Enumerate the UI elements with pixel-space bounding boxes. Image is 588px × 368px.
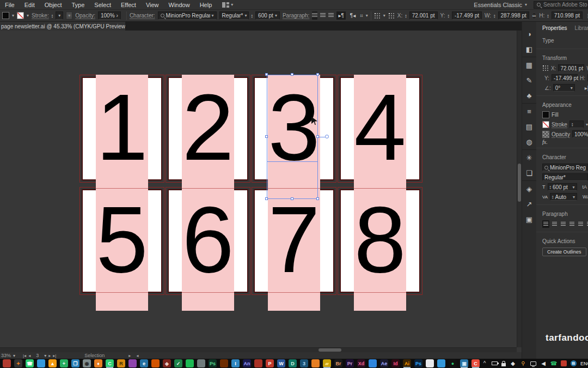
font-family-field[interactable]: MinionPro Regular*	[542, 164, 588, 171]
opacity-swatch[interactable]	[542, 131, 549, 138]
selection-handle-top-right[interactable]	[316, 73, 319, 76]
justify-right-button[interactable]	[586, 220, 588, 228]
selection-handle-bottom-right[interactable]	[316, 197, 319, 200]
symbols-panel-icon[interactable]: ♣	[522, 88, 537, 103]
justify-center-button[interactable]	[577, 220, 584, 228]
bluetooth-icon[interactable]: B	[571, 360, 577, 366]
x-stepper[interactable]: ▴▾	[405, 14, 407, 18]
font-style-field[interactable]: Regular*	[542, 173, 588, 181]
kerning-field[interactable]: ▴▾ Auto ▾	[550, 193, 577, 201]
taskbar-word[interactable]: W	[275, 359, 287, 368]
taskbar-powerpoint[interactable]: P	[264, 359, 275, 368]
taskbar-installer-app[interactable]: I	[230, 359, 241, 368]
fx-button[interactable]: fx.	[536, 139, 588, 145]
taskbar-illustrator[interactable]: Ai	[401, 359, 413, 368]
vertical-scrollbar[interactable]	[517, 31, 522, 347]
y-field[interactable]: -17.499 pt	[552, 74, 578, 82]
glyphs-icon[interactable]: ⌗	[360, 13, 363, 19]
horizontal-scrollbar[interactable]	[0, 347, 517, 352]
gradient-panel-icon[interactable]: ▤	[522, 119, 537, 134]
taskbar-dimension[interactable]	[253, 359, 264, 368]
artboard-number[interactable]: 6	[169, 187, 247, 292]
color-panel-icon[interactable]: ◑	[522, 26, 537, 41]
selection-handle-bottom-mid[interactable]	[291, 197, 293, 200]
taskbar-capture-app[interactable]: +	[58, 359, 70, 368]
taskbar-r-app[interactable]: R	[115, 359, 127, 368]
taskbar-app-red[interactable]	[1, 359, 13, 368]
taskbar-puzzle-app[interactable]	[218, 359, 230, 368]
key-icon[interactable]: ⚲	[520, 360, 526, 366]
opacity-label[interactable]: Opacity	[552, 131, 570, 137]
tray-red-app-icon[interactable]	[561, 360, 567, 366]
taskbar-telegram-2[interactable]	[436, 359, 447, 368]
stroke-panel-icon[interactable]: ≡	[522, 103, 537, 119]
artboard-number[interactable]: 7	[255, 187, 333, 292]
taskbar-internet-explorer[interactable]: e	[138, 359, 150, 368]
taskbar-clipchamp[interactable]: C	[470, 359, 481, 368]
create-outlines-button[interactable]: Create Outlines	[542, 248, 586, 256]
export-panel-icon[interactable]: ↗	[522, 196, 537, 212]
selection-handle-mid-left[interactable]	[265, 135, 268, 138]
selection-handle-top-left[interactable]	[265, 73, 268, 76]
align-objects-icon[interactable]	[374, 13, 381, 19]
reference-point-icon[interactable]	[542, 65, 549, 71]
taskbar-file-explorer[interactable]: ▰	[321, 359, 333, 368]
stroke-color-swatch[interactable]	[17, 12, 24, 19]
taskbar-photoshop-green[interactable]: Ps	[207, 359, 218, 368]
chevron-down-icon[interactable]: ▾	[586, 122, 588, 127]
workspace-switcher[interactable]: Essentials Classic ▾	[467, 2, 534, 8]
canvas[interactable]: 1 2 3 4 5 6	[0, 31, 517, 347]
artboard-number[interactable]: 5	[83, 187, 161, 292]
h-field[interactable]: 710.998 pt	[552, 11, 583, 20]
taskbar-photos-app[interactable]: ▣	[458, 359, 470, 368]
stroke-width-field[interactable]: ▴▾	[569, 120, 584, 128]
leading-icon[interactable]: tA	[583, 184, 587, 190]
menu-type[interactable]: Type	[67, 2, 90, 8]
taskbar-bridge[interactable]: Br	[333, 359, 344, 368]
taskbar-vlc[interactable]: ▲	[47, 359, 58, 368]
taskbar-after-effects[interactable]: Ae	[378, 359, 390, 368]
stroke-width-field[interactable]: ▾	[56, 11, 63, 20]
fill-color-swatch[interactable]	[542, 111, 549, 118]
document-tab[interactable]: page newsletter.ai @ 45.33% (CMYK/GPU Pr…	[0, 22, 125, 31]
font-family-field[interactable]: MinionPro Regular* ▾	[158, 11, 217, 20]
chevron-down-icon[interactable]: ▾	[44, 353, 46, 358]
align-center-button[interactable]	[551, 220, 558, 228]
ltr-direction-button[interactable]: ▸¶	[336, 11, 345, 20]
selection-handle-mid-right[interactable]	[316, 135, 319, 138]
font-size-field[interactable]: ▴▾ 600 pt ▾	[548, 183, 577, 191]
artboard-number[interactable]: 3	[255, 75, 333, 179]
graphic-styles-panel-icon[interactable]: ❏	[522, 165, 537, 180]
menu-window[interactable]: Window	[164, 2, 195, 8]
align-center-button[interactable]	[320, 11, 326, 20]
language-indicator[interactable]: ENG	[580, 361, 588, 366]
appearance-panel-icon[interactable]: ✳	[522, 149, 537, 165]
stroke-stepper[interactable]: ▴▾	[52, 14, 53, 18]
paragraph-label[interactable]: Paragraph:	[283, 13, 309, 19]
last-artboard-button[interactable]: ▸|	[53, 353, 56, 358]
w-stepper[interactable]: ▴▾	[494, 14, 495, 18]
width-profile-dropdown[interactable]: ▾	[66, 11, 72, 20]
taskbar-camtasia[interactable]: C	[104, 359, 115, 368]
selection-handle-top-mid[interactable]	[291, 73, 293, 76]
chevron-down-icon[interactable]: ▾	[366, 13, 368, 18]
tab-properties[interactable]: Properties	[542, 25, 567, 31]
x-field[interactable]: 72.001 pt	[409, 11, 438, 20]
network-icon[interactable]	[530, 361, 536, 366]
artboard-number[interactable]: 2	[169, 75, 247, 179]
first-artboard-button[interactable]: |◂	[23, 353, 26, 358]
menu-select[interactable]: Select	[89, 2, 116, 8]
status-expand-arrows[interactable]: ▸ ◂	[128, 353, 140, 358]
taskbar-photoshop[interactable]: Ps	[413, 359, 424, 368]
opacity-label[interactable]: Opacity:	[75, 13, 95, 19]
opacity-field[interactable]: 100% ›	[98, 11, 121, 20]
opacity-field[interactable]: 100% ›	[572, 130, 588, 138]
reference-point-icon[interactable]	[388, 13, 395, 19]
menu-edit[interactable]: Edit	[20, 2, 40, 8]
justify-left-button[interactable]	[568, 220, 575, 228]
taskbar-indesign[interactable]: Id	[390, 359, 401, 368]
phone-icon[interactable]: ☎	[550, 360, 557, 366]
font-size-field[interactable]: 600 pt ▾	[255, 11, 280, 20]
menu-file[interactable]: File	[0, 2, 20, 8]
artboard-4[interactable]: 4	[340, 77, 420, 180]
